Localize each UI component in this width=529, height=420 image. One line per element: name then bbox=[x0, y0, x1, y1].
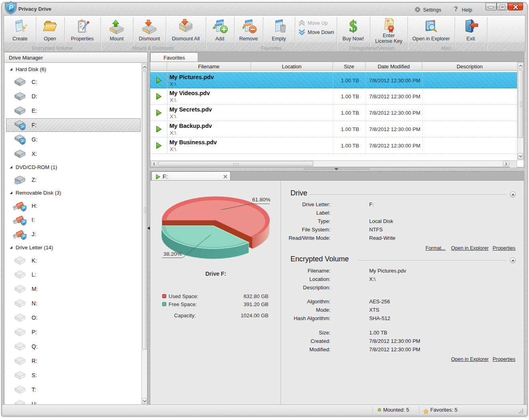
svg-text:38.20%: 38.20% bbox=[163, 251, 182, 257]
